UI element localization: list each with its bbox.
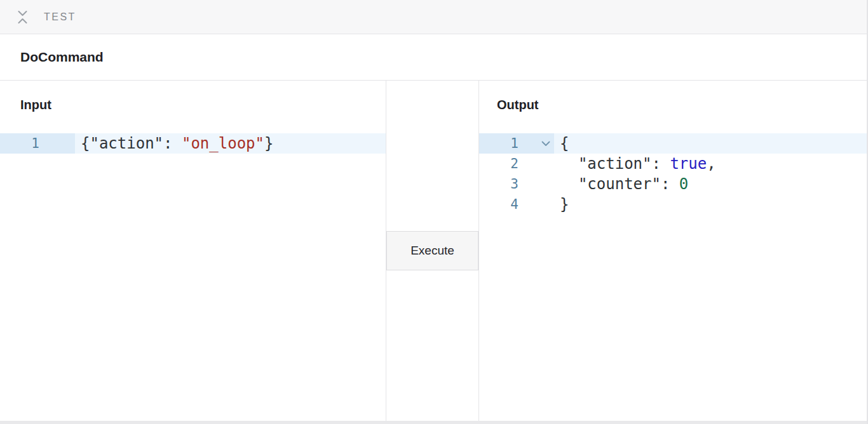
editor-line: 1{ [479, 133, 867, 154]
test-header-bar: TEST [0, 0, 867, 34]
code-line: "action": true, [560, 154, 716, 174]
line-number: 4 [479, 194, 519, 215]
fold-gutter-spacer [519, 194, 554, 215]
editor-line: 1{"action": "on_loop"} [0, 133, 386, 154]
editor-line: 3 "counter": 0 [479, 174, 867, 194]
editor-gutter: 1 [0, 133, 75, 154]
editor-gutter: 1 [479, 133, 554, 154]
execute-column: Execute [386, 81, 479, 421]
output-panel: Output 1{2 "action": true,3 "counter": 0… [479, 81, 867, 421]
page-title: DoCommand [20, 50, 104, 65]
fold-gutter-spacer [39, 133, 75, 154]
editor-gutter: 3 [479, 174, 554, 194]
editor-line: 2 "action": true, [479, 154, 867, 174]
line-number: 3 [479, 174, 519, 194]
fold-gutter-spacer [519, 174, 554, 194]
execute-button[interactable]: Execute [386, 231, 478, 270]
line-number: 2 [479, 154, 519, 174]
code-line: "counter": 0 [560, 174, 688, 194]
code-line: } [560, 194, 569, 215]
output-code-editor: 1{2 "action": true,3 "counter": 04} [479, 133, 867, 215]
line-number: 1 [479, 133, 519, 154]
editor-gutter: 2 [479, 154, 554, 174]
code-line: {"action": "on_loop"} [81, 133, 273, 154]
editor-gutter: 4 [479, 194, 554, 215]
editor-line: 4} [479, 194, 867, 215]
input-code-editor[interactable]: 1{"action": "on_loop"} [0, 133, 386, 154]
code-line: { [560, 133, 569, 154]
fold-chevron-icon[interactable] [519, 133, 554, 154]
test-header-title: TEST [44, 11, 76, 23]
input-panel: Input 1{"action": "on_loop"} [0, 81, 386, 421]
collapse-vertical-icon[interactable] [18, 10, 27, 24]
command-title-row: DoCommand [0, 34, 867, 81]
bottom-divider [0, 421, 867, 424]
docommand-test-panel: TEST DoCommand Input 1{"action": "on_loo… [0, 0, 868, 424]
fold-gutter-spacer [519, 154, 554, 174]
output-panel-title: Output [497, 96, 867, 114]
input-panel-title: Input [20, 96, 386, 114]
line-number: 1 [0, 133, 39, 154]
main-area: Input 1{"action": "on_loop"} Execute Out… [0, 81, 867, 421]
